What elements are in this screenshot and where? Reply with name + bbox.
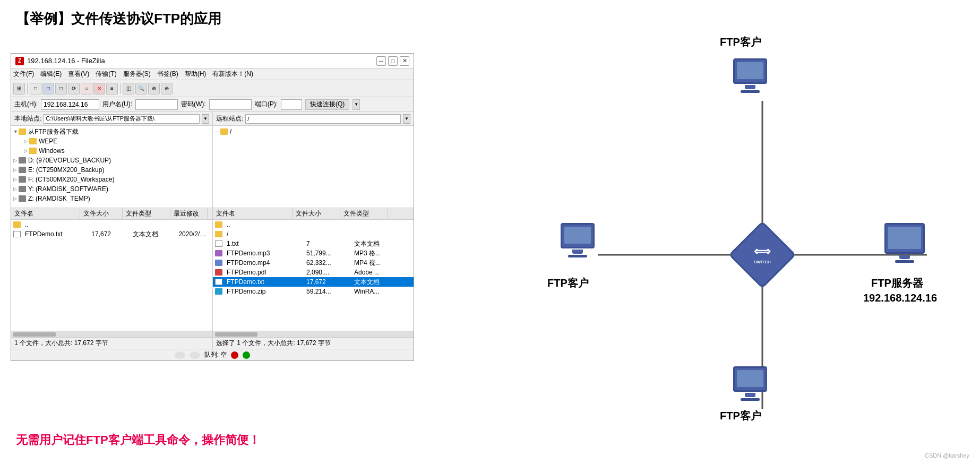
remote-file-mp4[interactable]: FTPDemo.mp4 62,332... MP4 视... xyxy=(213,258,414,268)
remote-file-pdf[interactable]: FTPDemo.pdf 2,090,... Adobe ... xyxy=(213,268,414,277)
right-label-top: FTP服务器 xyxy=(871,276,923,290)
remote-filelist[interactable]: .. / 1.txt 7 文本文档 xyxy=(213,220,414,331)
toolbar-btn-1[interactable]: ⊞ xyxy=(13,83,25,94)
remote-file-mp3[interactable]: FTPDemo.mp3 51,799... MP3 格... xyxy=(213,248,414,258)
menu-bookmarks[interactable]: 书签(B) xyxy=(157,70,178,79)
toolbar-btn-6[interactable]: ○ xyxy=(81,83,92,94)
file-type: MP3 格... xyxy=(352,249,400,258)
file-type: WinRA... xyxy=(352,288,400,295)
scrollbar-thumb[interactable] xyxy=(13,332,56,337)
port-input[interactable] xyxy=(281,99,302,110)
remote-file-zip[interactable]: FTPDemo.zip 59,214... WinRA... xyxy=(213,287,414,296)
remote-file-root[interactable]: / xyxy=(213,229,414,239)
monitor-stand xyxy=(899,255,910,259)
window-title: 192.168.124.16 - FileZilla xyxy=(27,57,105,65)
bottom-caption: 无需用户记住FTP客户端工具命令，操作简便！ xyxy=(16,432,260,448)
pass-input[interactable] xyxy=(209,99,252,110)
folder-icon xyxy=(19,128,26,135)
txt-icon xyxy=(215,240,222,247)
drive-icon xyxy=(19,176,26,183)
menu-file[interactable]: 文件(F) xyxy=(13,70,34,79)
col-size[interactable]: 文件大小 xyxy=(293,208,340,219)
tree-item-label: Z: (RAMDISK_TEMP) xyxy=(28,195,90,202)
local-filelist[interactable]: .. FTPDemo.txt 17,672 文本文档 2020/2/10 1..… xyxy=(11,220,212,331)
bottom-computer xyxy=(733,366,767,401)
tree-item-label: WEPE xyxy=(39,138,57,145)
tree-item-drive-d[interactable]: ▷ D: (970EVOPLUS_BACKUP) xyxy=(11,156,212,165)
folder-icon xyxy=(13,221,21,228)
file-type: 文本文档 xyxy=(131,230,177,239)
tree-item-drive-f[interactable]: ▷ F: (CT500MX200_Workspace) xyxy=(11,175,212,184)
local-path-input[interactable] xyxy=(44,114,200,124)
toolbar-btn-10[interactable]: 🔍 xyxy=(135,83,147,94)
tree-item-download[interactable]: ▼ 从FTP服务器下载 xyxy=(11,127,212,136)
file-icon xyxy=(13,231,21,237)
monitor xyxy=(884,223,925,254)
txt-icon xyxy=(215,279,222,285)
toolbar-btn-2[interactable]: □ xyxy=(30,83,41,94)
toolbar-btn-7[interactable]: ✕ xyxy=(93,83,105,94)
monitor-base xyxy=(741,90,760,93)
toolbar-btn-4[interactable]: □ xyxy=(55,83,67,94)
col-name[interactable]: 文件名 xyxy=(213,208,293,219)
right-label-bottom: 192.168.124.16 xyxy=(863,292,937,304)
queue-stop-icon[interactable] xyxy=(231,351,238,359)
remote-col-header: 文件名 文件大小 文件类型 xyxy=(213,208,414,220)
file-size: 62,332... xyxy=(304,259,352,267)
host-input[interactable] xyxy=(41,99,99,110)
minimize-button[interactable]: ─ xyxy=(376,56,386,66)
toolbar-btn-12[interactable]: ⊕ xyxy=(161,83,173,94)
remote-tree[interactable]: ─ / xyxy=(213,126,414,208)
local-hscrollbar[interactable] xyxy=(11,331,212,337)
tree-item-drive-e[interactable]: ▷ E: (CT250MX200_Backup) xyxy=(11,165,212,175)
menu-server[interactable]: 服务器(S) xyxy=(123,70,151,79)
connect-dropdown[interactable]: ▼ xyxy=(353,99,360,110)
menu-edit[interactable]: 编辑(E) xyxy=(40,70,62,79)
remote-file-1txt[interactable]: 1.txt 7 文本文档 xyxy=(213,239,414,248)
toolbar-btn-8[interactable]: ≡ xyxy=(106,83,118,94)
local-tree[interactable]: ▼ 从FTP服务器下载 ▷ WEPE ▷ Windows xyxy=(11,126,212,208)
local-file-dotdot[interactable]: .. xyxy=(11,220,212,229)
switch-body: ⟺ SWITCH xyxy=(728,221,796,288)
remote-path-dropdown[interactable]: ▼ xyxy=(403,114,410,124)
toolbar-btn-11[interactable]: ⊗ xyxy=(148,83,160,94)
tree-item-wepe[interactable]: ▷ WEPE xyxy=(11,136,212,146)
col-size[interactable]: 文件大小 xyxy=(80,208,123,219)
remote-file-dotdot[interactable]: .. xyxy=(213,220,414,229)
local-path-label: 本地站点: xyxy=(14,114,41,123)
close-button[interactable]: ✕ xyxy=(400,56,409,66)
page-title: 【举例】文件传送协议FTP的应用 xyxy=(16,10,221,28)
local-file-ftpdemo[interactable]: FTPDemo.txt 17,672 文本文档 2020/2/10 1... xyxy=(11,229,212,239)
maximize-button[interactable]: □ xyxy=(388,56,398,66)
remote-tree-root[interactable]: ─ / xyxy=(213,127,414,136)
toolbar-btn-5[interactable]: ⟳ xyxy=(68,83,80,94)
menu-view[interactable]: 查看(V) xyxy=(68,70,89,79)
tree-item-windows[interactable]: ▷ Windows xyxy=(11,146,212,156)
monitor xyxy=(733,58,767,84)
remote-hscrollbar[interactable] xyxy=(213,331,414,337)
menu-transfer[interactable]: 传输(T) xyxy=(96,70,116,79)
drive-icon xyxy=(19,157,26,164)
col-date[interactable]: 最近修改 xyxy=(170,208,208,219)
toolbar-btn-3[interactable]: □ xyxy=(42,83,54,94)
queue-start-icon[interactable] xyxy=(243,351,250,359)
col-type[interactable]: 文件类型 xyxy=(340,208,388,219)
drive-icon xyxy=(19,186,26,192)
menu-newversion[interactable]: 有新版本！(N) xyxy=(212,70,253,79)
scrollbar-thumb[interactable] xyxy=(215,332,257,337)
tree-item-drive-y[interactable]: ▷ Y: (RAMDISK_SOFTWARE) xyxy=(11,184,212,194)
remote-path-input[interactable] xyxy=(245,114,401,124)
tree-item-label: D: (970EVOPLUS_BACKUP) xyxy=(28,157,111,164)
tree-item-drive-z[interactable]: ▷ Z: (RAMDISK_TEMP) xyxy=(11,194,212,203)
remote-file-txt[interactable]: FTPDemo.txt 17,672 文本文档 xyxy=(213,277,414,287)
col-type[interactable]: 文件类型 xyxy=(123,208,170,219)
user-input[interactable] xyxy=(135,99,178,110)
remote-panel: ─ / 文件名 文件大小 文件类型 .. xyxy=(213,126,414,349)
file-size: 17,672 xyxy=(304,278,352,286)
connect-button[interactable]: 快速连接(Q) xyxy=(305,99,349,110)
toolbar-btn-9[interactable]: ◫ xyxy=(123,83,134,94)
col-name[interactable]: 文件名 xyxy=(11,208,80,219)
port-label: 端口(P): xyxy=(255,100,278,109)
menu-help[interactable]: 帮助(H) xyxy=(185,70,207,79)
local-path-dropdown[interactable]: ▼ xyxy=(202,114,209,124)
